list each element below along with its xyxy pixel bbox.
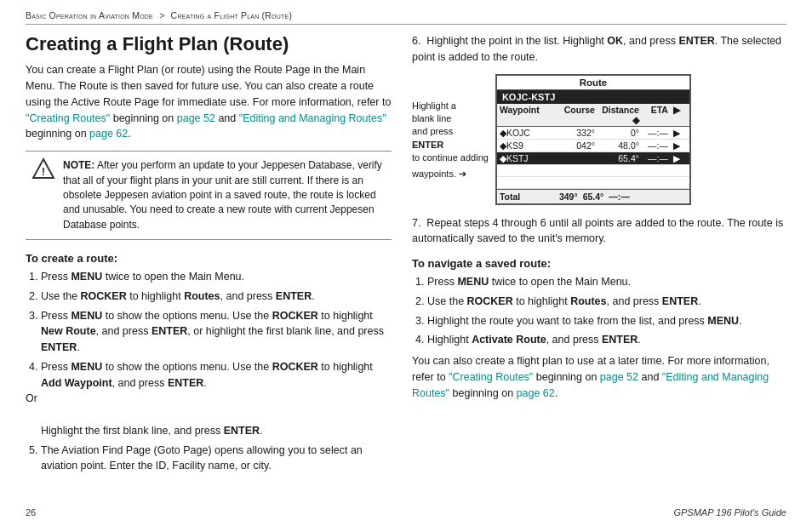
link-page52[interactable]: page 52 — [177, 112, 215, 124]
intro-text2: beginning on — [110, 112, 177, 124]
svg-text:!: ! — [42, 165, 45, 178]
note-body: After you perform an update to your Jepp… — [63, 159, 382, 231]
route-row-blank2 — [497, 177, 689, 189]
route-row-ks9: ◆KS9 042° 48.0° —:— ▶ — [497, 140, 689, 152]
step-5: The Aviation Find Page (Goto Page) opens… — [41, 443, 392, 475]
link-creating-routes-1[interactable]: "Creating Routes" — [26, 112, 110, 124]
header-arrow: ▶ — [671, 104, 683, 126]
step-3: Press MENU to show the options menu. Use… — [41, 308, 392, 356]
page-number: 26 — [26, 507, 36, 517]
navigate-route-heading: To navigate a saved route: — [412, 257, 786, 270]
route-table-footer: Total 349° 65.4° —:— — [497, 189, 689, 203]
route-row-kstj: ◆KSTJ 65.4° —:— ▶ — [497, 152, 689, 165]
step-4: Press MENU to show the options menu. Use… — [41, 359, 392, 439]
step-1: Press MENU twice to open the Main Menu. — [41, 269, 392, 285]
warning-icon: ! — [31, 157, 56, 182]
breadcrumb-part2: Creating a Flight Plan (Route) — [171, 10, 292, 20]
navigate-route-steps: Press MENU twice to open the Main Menu. … — [427, 274, 786, 348]
route-row-kojc: ◆KOJC 332° 0° —:— ▶ — [497, 127, 689, 140]
header-waypoint: Waypoint — [497, 104, 557, 126]
header-eta: ETA — [642, 104, 671, 126]
route-table-title: Route — [497, 76, 689, 90]
note-label: NOTE: — [63, 159, 94, 171]
step7-text: 7. Repeat steps 4 through 6 until all po… — [412, 215, 786, 248]
link-page52-2[interactable]: page 52 — [600, 371, 638, 383]
intro-text4: beginning on — [26, 128, 89, 140]
create-route-heading: To create a route: — [26, 252, 392, 265]
breadcrumb-part1: Basic Operation in Aviation Mode — [26, 10, 153, 20]
bottom-paragraph: You can also create a flight plan to use… — [412, 353, 786, 401]
route-table-header: Waypoint Course Distance ◆ ETA ▶ — [497, 104, 689, 127]
nav-step-3: Highlight the route you want to take fro… — [427, 313, 786, 329]
route-row-blank1 — [497, 165, 689, 177]
intro-text3: and — [215, 112, 239, 124]
diagram-arrow: ➔ — [459, 168, 466, 180]
route-diagram-wrapper: Highlight a blank line and press ENTER t… — [412, 74, 786, 205]
guide-name: GPSMAP 196 Pilot's Guide — [673, 507, 786, 517]
breadcrumb-sep: > — [159, 10, 167, 20]
nav-step-1: Press MENU twice to open the Main Menu. — [427, 274, 786, 290]
page-footer: 26 GPSMAP 196 Pilot's Guide — [26, 507, 786, 517]
header-distance: Distance ◆ — [598, 104, 642, 126]
link-page62-1[interactable]: page 62 — [89, 128, 128, 140]
route-table-subtitle: KOJC-KSTJ — [497, 90, 689, 104]
intro-text1: You can create a Flight Plan (or route) … — [26, 64, 391, 108]
intro-paragraph: You can create a Flight Plan (or route) … — [26, 62, 392, 142]
link-page62-2[interactable]: page 62 — [517, 387, 555, 399]
step-2: Use the ROCKER to highlight Routes, and … — [41, 289, 392, 305]
breadcrumb: Basic Operation in Aviation Mode > Creat… — [26, 10, 786, 25]
route-diagram-label: Highlight a blank line and press ENTER t… — [412, 74, 489, 181]
route-table: Route KOJC-KSTJ Waypoint Course Distance… — [495, 74, 691, 205]
intro-text5: . — [128, 128, 130, 140]
step6-text: 6. Highlight the point in the list. High… — [412, 33, 786, 66]
create-route-steps: Press MENU twice to open the Main Menu. … — [41, 269, 392, 474]
nav-step-2: Use the ROCKER to highlight Routes, and … — [427, 294, 786, 310]
note-box: ! NOTE: After you perform an update to y… — [26, 151, 392, 240]
note-text: NOTE: After you perform an update to you… — [63, 158, 383, 232]
link-editing-routes-1[interactable]: "Editing and Managing Routes" — [239, 112, 386, 124]
nav-step-4: Highlight Activate Route, and press ENTE… — [427, 332, 786, 348]
page-title: Creating a Flight Plan (Route) — [26, 33, 392, 55]
link-creating-routes-2[interactable]: "Creating Routes" — [449, 371, 533, 383]
header-course: Course — [557, 104, 598, 126]
